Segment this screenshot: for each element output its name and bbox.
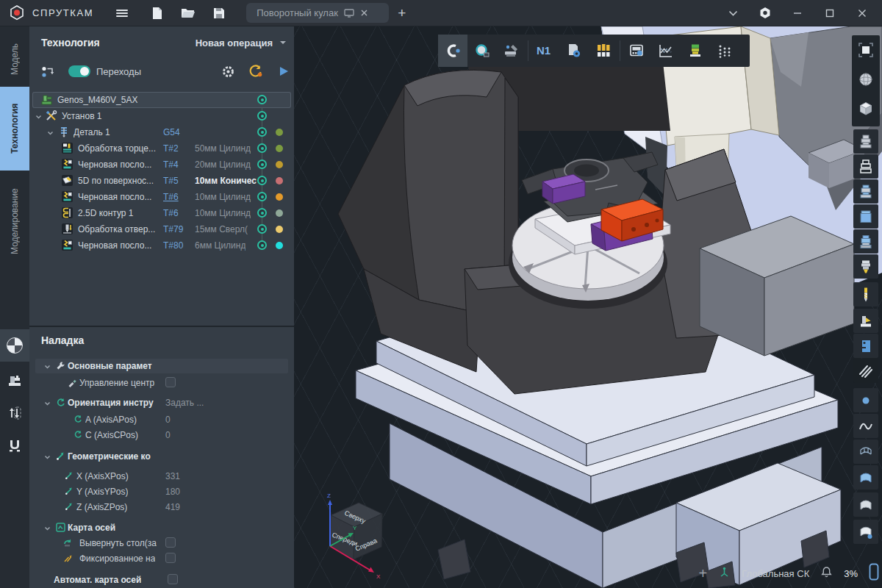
tree-row-operation[interactable]: Черновая посло... T#6 10мм Цилинд bbox=[32, 189, 291, 205]
curve-button[interactable] bbox=[853, 414, 878, 438]
surface-gray-button[interactable] bbox=[853, 492, 878, 517]
surface-point-button[interactable] bbox=[853, 520, 878, 544]
new-tab-button[interactable]: + bbox=[398, 5, 406, 21]
mesh-surface-button[interactable] bbox=[853, 440, 878, 464]
param-row-auto-axis-map[interactable]: Автомат. карта осей bbox=[35, 573, 288, 587]
tree-row-part[interactable]: Деталь 1 G54 bbox=[32, 124, 291, 140]
chevron-down-icon[interactable] bbox=[44, 362, 51, 373]
zoom-level[interactable]: 3% bbox=[844, 568, 858, 579]
settings-button[interactable] bbox=[751, 3, 779, 24]
state-ring[interactable] bbox=[257, 240, 267, 250]
param-row-axis-c[interactable]: C (AxisCPos) 0 bbox=[35, 428, 288, 442]
point-button[interactable] bbox=[853, 388, 878, 412]
close-tab-icon[interactable] bbox=[360, 9, 368, 17]
param-group-axis-map[interactable]: Карта осей bbox=[35, 520, 288, 535]
coordinate-system-label[interactable]: Глобальная СК bbox=[742, 568, 809, 579]
menu-icon[interactable] bbox=[110, 3, 135, 24]
tab-simulation[interactable]: Моделирование bbox=[0, 175, 29, 268]
clamp-button[interactable] bbox=[0, 429, 29, 462]
operation-settings-button[interactable] bbox=[219, 62, 237, 81]
param-row-center-control[interactable]: Управление центр bbox=[35, 376, 288, 390]
param-value[interactable]: 180 bbox=[165, 487, 180, 497]
maximize-button[interactable] bbox=[816, 3, 844, 24]
tree-row-setup[interactable]: Установ 1 bbox=[32, 108, 291, 124]
param-group-orientation[interactable]: Ориентация инстру Задать ... bbox=[35, 395, 288, 410]
fixture-blue-button[interactable] bbox=[853, 179, 878, 204]
fixture-bracket-button[interactable] bbox=[853, 334, 878, 358]
state-ring[interactable] bbox=[257, 208, 267, 218]
stock-cube-button[interactable] bbox=[853, 204, 878, 229]
tab-technology[interactable]: Технология bbox=[0, 87, 29, 171]
param-row-axis-a[interactable]: A (AxisAPos) 0 bbox=[35, 412, 288, 427]
state-ring[interactable] bbox=[257, 192, 267, 201]
postprocessor-button[interactable] bbox=[559, 35, 589, 67]
viewport-3d[interactable]: N1 bbox=[294, 26, 882, 588]
machine-panel-button[interactable] bbox=[622, 35, 651, 67]
param-value[interactable]: 331 bbox=[165, 471, 180, 481]
state-ring[interactable] bbox=[257, 224, 267, 234]
surface-blue-button[interactable] bbox=[853, 465, 878, 490]
dropdown-chevron-button[interactable] bbox=[719, 3, 747, 24]
iso-view-button[interactable] bbox=[852, 94, 880, 123]
checkbox[interactable] bbox=[165, 377, 176, 387]
drill-tool-button[interactable] bbox=[853, 282, 878, 306]
state-ring[interactable] bbox=[257, 143, 267, 153]
param-row-fixed-direction[interactable]: Фиксированное на bbox=[35, 551, 288, 566]
machining-button[interactable] bbox=[0, 365, 29, 397]
statistics-button[interactable] bbox=[651, 35, 681, 67]
point-array-button[interactable] bbox=[710, 35, 739, 67]
recalculate-button[interactable] bbox=[247, 62, 265, 81]
tree-row-operation[interactable]: Черновая посло... T#80 6мм Цилинд bbox=[32, 237, 291, 254]
checkbox[interactable] bbox=[165, 553, 176, 563]
tree-row-operation[interactable]: Обработка торце... T#2 50мм Цилинд bbox=[32, 140, 291, 157]
machine-part-button[interactable] bbox=[853, 309, 878, 333]
state-ring[interactable] bbox=[257, 127, 267, 137]
workpiece-button[interactable] bbox=[853, 129, 878, 154]
workpiece-outline-button[interactable] bbox=[853, 154, 878, 179]
chevron-down-icon[interactable] bbox=[35, 112, 42, 123]
tree-row-operation[interactable]: 2.5D контур 1 T#6 10мм Цилинд bbox=[32, 205, 291, 221]
checkbox[interactable] bbox=[168, 574, 178, 584]
notifications-button[interactable] bbox=[820, 566, 833, 581]
tab-model[interactable]: Модель bbox=[0, 32, 29, 85]
tree-row-machine[interactable]: Genos_M460V_5AX bbox=[32, 92, 291, 108]
datum-button[interactable] bbox=[0, 329, 29, 362]
document-tab[interactable]: Поворотный кулак bbox=[246, 3, 389, 23]
run-button[interactable] bbox=[275, 62, 293, 81]
select-frame-button[interactable] bbox=[852, 35, 880, 65]
param-value[interactable]: 0 bbox=[165, 430, 171, 440]
minimize-button[interactable] bbox=[784, 3, 811, 24]
view-cube[interactable]: Сверху Спереди Справа Z X Y bbox=[309, 490, 404, 581]
part-blue-button[interactable] bbox=[853, 229, 878, 254]
tool-number[interactable]: T#6 bbox=[163, 192, 179, 202]
param-row-axis-y[interactable]: Y (AxisYPos) 180 bbox=[35, 484, 288, 499]
param-value[interactable]: Задать ... bbox=[165, 398, 204, 408]
machining-magnet-button[interactable] bbox=[438, 35, 467, 67]
state-ring[interactable] bbox=[257, 176, 267, 185]
transitions-toggle[interactable] bbox=[68, 65, 90, 77]
state-ring[interactable] bbox=[257, 95, 267, 104]
orbit-sphere-button[interactable] bbox=[852, 65, 880, 94]
state-ring[interactable] bbox=[257, 111, 267, 121]
tool-library-button[interactable] bbox=[589, 35, 618, 67]
param-row-axis-x[interactable]: X (AxisXPos) 331 bbox=[35, 469, 288, 484]
tool-assembly-button[interactable] bbox=[681, 35, 710, 67]
tree-row-operation[interactable]: 5D по поверхнос... T#5 10мм Коничес bbox=[32, 173, 291, 189]
chevron-down-icon[interactable] bbox=[44, 524, 51, 534]
swap-order-button[interactable] bbox=[0, 397, 29, 429]
param-value[interactable]: 0 bbox=[165, 415, 171, 425]
chevron-down-icon[interactable] bbox=[44, 399, 51, 409]
param-group-geometry[interactable]: Геометрические ко bbox=[35, 449, 288, 464]
nc-program-button[interactable]: N1 bbox=[530, 35, 559, 67]
new-operation-button[interactable]: Новая операция bbox=[196, 37, 287, 49]
param-group-main[interactable]: Основные парамет bbox=[35, 359, 288, 373]
hatch-section-button[interactable] bbox=[853, 359, 878, 383]
param-value[interactable]: 419 bbox=[165, 502, 180, 512]
save-button[interactable] bbox=[207, 3, 232, 24]
chevron-down-icon[interactable] bbox=[44, 453, 51, 463]
checkbox[interactable] bbox=[165, 537, 176, 548]
param-row-flip-table[interactable]: Вывернуть стол(за bbox=[35, 536, 288, 551]
tree-row-operation[interactable]: Черновая посло... T#4 20мм Цилинд bbox=[32, 157, 291, 173]
new-file-button[interactable] bbox=[145, 3, 170, 24]
measure-button[interactable] bbox=[497, 35, 526, 67]
